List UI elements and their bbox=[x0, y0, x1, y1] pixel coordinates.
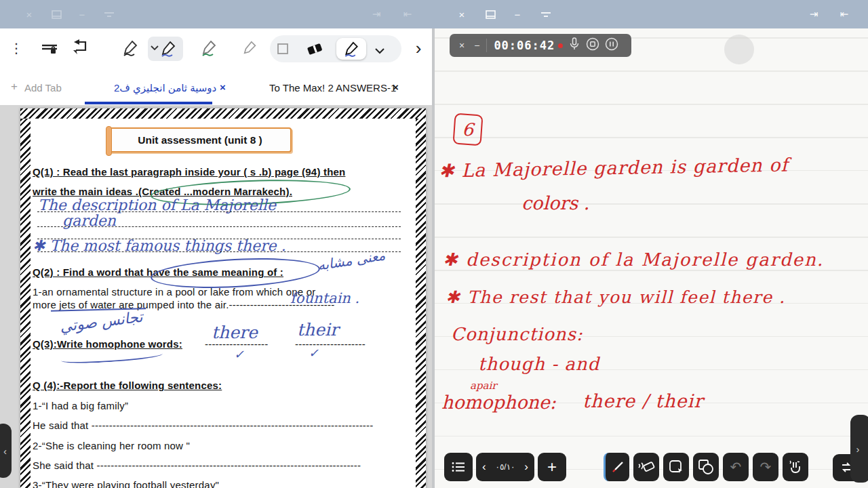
decorative-border bbox=[20, 108, 426, 119]
add-tab-plus-icon[interactable]: + bbox=[11, 80, 18, 94]
shape-rect-icon[interactable] bbox=[277, 43, 289, 58]
select-tool-button[interactable] bbox=[663, 453, 689, 481]
pen-tool-icon bbox=[610, 460, 625, 474]
close-icon[interactable]: × bbox=[19, 0, 39, 28]
q2-item-line2: more jets of water are pumped into the a… bbox=[33, 299, 334, 310]
expand-toolbar-icon[interactable]: › bbox=[410, 28, 427, 68]
question-4: Q (4):-Report the following sentences: bbox=[33, 380, 222, 391]
answer-blank: -------------------- bbox=[295, 338, 366, 350]
microphone-icon[interactable] bbox=[569, 37, 580, 54]
tab-close-icon[interactable]: × bbox=[220, 81, 226, 93]
sentence-2-report: She said that --------------------------… bbox=[33, 460, 361, 471]
handwritten-note: Conjunctions: bbox=[451, 324, 583, 344]
pen-active-selected-box[interactable] bbox=[336, 38, 366, 60]
pen-green-icon[interactable] bbox=[198, 28, 221, 68]
title-box: Unit assessment (unit 8 ) bbox=[108, 127, 292, 152]
dock-left-icon[interactable]: ⇤ bbox=[397, 0, 418, 28]
check-mark: ✓ bbox=[309, 346, 319, 360]
redo-button[interactable]: ↷ bbox=[753, 453, 778, 481]
recording-timer: 00:06:42 bbox=[494, 39, 555, 52]
dock-right-icon[interactable]: ⇥ bbox=[366, 0, 387, 28]
menu-lines-icon[interactable] bbox=[536, 0, 556, 28]
handwritten-note: ✱ description of la Majorelle garden. bbox=[443, 249, 824, 270]
pen-gray-icon[interactable] bbox=[239, 28, 262, 68]
eraser-tool-button[interactable] bbox=[633, 453, 659, 481]
more-menu-icon[interactable]: ⋮ bbox=[7, 28, 26, 68]
handwritten-badge: 6 bbox=[462, 119, 475, 140]
handwritten-note: though - and bbox=[478, 354, 599, 374]
pen-active-icon bbox=[343, 40, 361, 58]
tab-bar: + Add Tab دوسية ثامن انجليزي ف2 × To The… bbox=[0, 68, 432, 105]
question-1-line1: Q(1) : Read the last paragraph inside yo… bbox=[33, 166, 345, 178]
plus-icon: + bbox=[547, 458, 557, 476]
active-tab-underline bbox=[85, 102, 212, 104]
page-indicator: ٠٥/١٠ bbox=[495, 462, 515, 472]
menu-lines-icon[interactable] bbox=[99, 0, 119, 28]
sentence-1: 1-“I had a big family” bbox=[33, 400, 128, 411]
window-layout-icon[interactable] bbox=[480, 0, 500, 28]
sentence-2: 2-“She is cleaning her room now " bbox=[33, 440, 190, 451]
handwritten-note: homophone: bbox=[441, 392, 556, 413]
handwritten-note: apair bbox=[470, 380, 496, 392]
recorder-minimize-icon[interactable]: − bbox=[474, 40, 479, 51]
recording-dot bbox=[558, 43, 563, 48]
question-3: Q(3):Write homophone words: bbox=[33, 338, 182, 350]
annotation-toolbar: ⋮ › bbox=[0, 28, 432, 68]
pdf-document-area[interactable]: Unit assessment (unit 8 ) Q(1) : Read th… bbox=[0, 105, 432, 488]
prev-page-icon[interactable]: ‹ bbox=[482, 460, 486, 474]
minimize-icon[interactable]: − bbox=[72, 0, 92, 28]
floating-bubble[interactable] bbox=[724, 35, 754, 64]
undo-pointer-icon[interactable] bbox=[68, 28, 94, 68]
sentence-3: 3-“They were playing football yesterday" bbox=[33, 479, 219, 488]
recorder-divider bbox=[486, 39, 487, 52]
tab-close-icon[interactable]: × bbox=[393, 81, 399, 93]
pen-blue-selected-box[interactable] bbox=[148, 37, 183, 61]
window-layout-icon[interactable] bbox=[46, 0, 66, 28]
add-tab-button[interactable]: Add Tab bbox=[24, 82, 62, 94]
add-page-button[interactable]: + bbox=[538, 453, 566, 481]
lock-toolbar-icon[interactable] bbox=[37, 28, 62, 68]
pause-recording-icon[interactable] bbox=[605, 37, 618, 54]
answer-line bbox=[37, 226, 401, 227]
whiteboard-canvas[interactable]: × − 00:06:42 6 ✱ La Majorelle garden is … bbox=[435, 28, 868, 488]
tool-pill-group bbox=[270, 35, 401, 62]
stop-recording-icon[interactable] bbox=[586, 37, 599, 54]
chevron-right-icon: › bbox=[856, 443, 860, 455]
undo-button[interactable]: ↶ bbox=[723, 453, 749, 481]
title-box-ornament bbox=[106, 126, 112, 156]
q2-item-line1: 1-an ornamental structure in a pool or l… bbox=[33, 286, 315, 298]
handwritten-note: colors . bbox=[521, 192, 589, 214]
gesture-icon bbox=[788, 460, 803, 474]
right-panel-handle[interactable]: › bbox=[850, 415, 868, 483]
handwritten-answer: their bbox=[297, 320, 338, 340]
select-tool-icon bbox=[669, 460, 684, 474]
tab-arabic-label[interactable]: دوسية ثامن انجليزي ف2 bbox=[114, 82, 216, 94]
handwritten-note: ✱ The rest that you will feel there . bbox=[446, 287, 785, 307]
sentence-1-report: He said that ---------------------------… bbox=[33, 420, 373, 431]
gesture-tool-button[interactable] bbox=[783, 453, 808, 481]
pen-tool-button[interactable] bbox=[604, 453, 629, 481]
answer-line bbox=[37, 251, 401, 252]
shapes-tool-icon bbox=[698, 459, 714, 475]
blue-swash-annotation bbox=[61, 350, 163, 365]
pen-black-icon[interactable] bbox=[119, 28, 142, 68]
handwritten-arabic-note: تجانس صوتي bbox=[59, 308, 144, 336]
page-number-badge: 6 bbox=[452, 113, 483, 146]
next-page-icon[interactable]: › bbox=[524, 460, 528, 474]
recorder-close-icon[interactable]: × bbox=[459, 40, 465, 51]
close-icon[interactable]: × bbox=[452, 0, 472, 28]
eraser-icon[interactable] bbox=[305, 41, 324, 60]
pen-blue-ink-icon bbox=[160, 39, 178, 58]
check-mark: ✓ bbox=[234, 347, 244, 361]
left-panel-handle[interactable]: ‹ bbox=[0, 424, 12, 478]
recording-widget: × − 00:06:42 bbox=[450, 34, 631, 57]
chevron-down-icon[interactable] bbox=[374, 45, 385, 57]
shapes-tool-button[interactable] bbox=[693, 453, 719, 481]
tab-answers-label[interactable]: To The Max! 2 ANSWERS-1 bbox=[269, 82, 396, 94]
minimize-icon[interactable]: − bbox=[507, 0, 528, 28]
document-page: Unit assessment (unit 8 ) Q(1) : Read th… bbox=[20, 108, 426, 488]
dock-right-icon[interactable]: ⇥ bbox=[804, 0, 824, 28]
window-titlebar: × − ⇥ ⇤ × − ⇥ ⇤ bbox=[0, 0, 868, 28]
pages-list-button[interactable] bbox=[444, 453, 473, 481]
dock-left-icon[interactable]: ⇤ bbox=[834, 0, 854, 28]
